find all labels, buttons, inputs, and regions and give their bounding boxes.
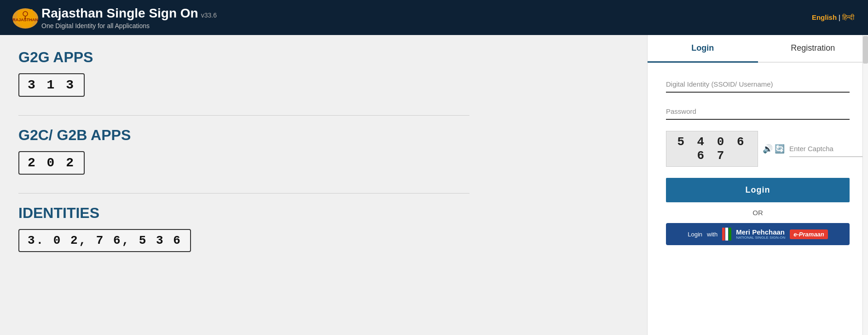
pehchaan-sub-label: NATIONAL SINGLE SIGN-ON: [736, 236, 785, 240]
pehchaan-icon: [722, 228, 731, 241]
identities-title: IDENTITIES: [18, 205, 629, 222]
username-group: [666, 76, 850, 93]
password-input[interactable]: [666, 104, 850, 120]
rajasthan-logo: RAJASTHAN: [9, 4, 41, 31]
tab-login[interactable]: Login: [648, 35, 758, 63]
username-input[interactable]: [666, 76, 850, 93]
g2c-counter: 2 0 2: [18, 151, 85, 175]
english-lang-button[interactable]: English: [812, 13, 837, 22]
identities-counter: 3. 0 2, 7 6, 5 3 6: [18, 229, 191, 252]
g2c-title: G2C/ G2B APPS: [18, 127, 629, 144]
login-button[interactable]: Login: [666, 178, 850, 202]
lang-divider: |: [839, 13, 840, 22]
password-group: [666, 104, 850, 120]
pehchaan-logo: [722, 228, 731, 241]
svg-rect-8: [729, 228, 731, 241]
scrollbar-track[interactable]: [862, 35, 868, 335]
header-text: Rajasthan Single Sign On v33.6 One Digit…: [41, 6, 217, 29]
pehchaan-login-text: Login: [688, 231, 702, 238]
captcha-controls: 🔊 🔄: [763, 144, 785, 154]
identities-section: IDENTITIES 3. 0 2, 7 6, 5 3 6: [18, 205, 629, 263]
site-title: Rajasthan Single Sign On: [41, 6, 198, 21]
or-divider: OR: [666, 209, 850, 217]
divider-1: [18, 115, 469, 116]
captcha-audio-icon[interactable]: 🔊: [763, 144, 773, 154]
g2g-section: G2G APPS 3 1 3: [18, 49, 629, 108]
language-switcher: English | हिन्दी: [812, 13, 854, 22]
captcha-input[interactable]: [789, 141, 868, 157]
captcha-refresh-icon[interactable]: 🔄: [775, 144, 785, 154]
g2g-counter: 3 1 3: [18, 73, 85, 97]
header: RAJASTHAN Rajasthan Single Sign On v33.6…: [0, 0, 868, 35]
captcha-image: 5 4 0 6 6 7: [666, 131, 758, 167]
svg-rect-7: [725, 228, 728, 241]
right-panel: Login Registration 5 4 0 6 6 7 🔊 🔄 Login…: [647, 35, 868, 335]
hindi-lang-button[interactable]: हिन्दी: [842, 13, 854, 22]
pehchaan-brand-name: Meri Pehchaan: [736, 229, 785, 236]
tab-registration[interactable]: Registration: [758, 35, 868, 62]
tab-row: Login Registration: [648, 35, 868, 63]
site-version: v33.6: [201, 12, 217, 19]
captcha-row: 5 4 0 6 6 7 🔊 🔄: [666, 131, 850, 167]
login-form: 5 4 0 6 6 7 🔊 🔄 Login OR Login with: [648, 63, 868, 335]
epramaan-badge: e-Pramaan: [790, 229, 827, 239]
site-subtitle: One Digital Identity for all Application…: [41, 22, 217, 29]
pehchaan-login-button[interactable]: Login with Meri Pehchaan NATIONAL SINGLE…: [666, 223, 850, 245]
g2c-section: G2C/ G2B APPS 2 0 2: [18, 127, 629, 186]
pehchaan-with-text: with: [707, 231, 718, 238]
pehchaan-brand-block: Meri Pehchaan NATIONAL SINGLE SIGN-ON: [736, 229, 785, 240]
divider-2: [18, 193, 469, 194]
g2g-title: G2G APPS: [18, 49, 629, 66]
scrollbar-thumb[interactable]: [863, 36, 868, 64]
main-content: G2G APPS 3 1 3 G2C/ G2B APPS 2 0 2 IDENT…: [0, 35, 868, 335]
left-panel: G2G APPS 3 1 3 G2C/ G2B APPS 2 0 2 IDENT…: [0, 35, 647, 335]
svg-rect-6: [722, 228, 725, 241]
